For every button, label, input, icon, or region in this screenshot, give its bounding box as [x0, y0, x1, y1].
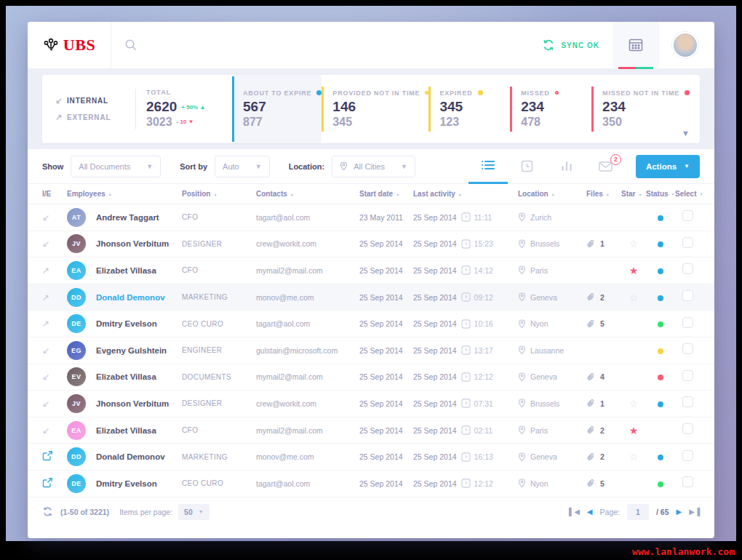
- contact-email[interactable]: crew@workit.com: [256, 399, 359, 408]
- tab-chart-view[interactable]: [547, 149, 586, 184]
- stat-block[interactable]: MISSED NOT IN TIME234350: [591, 75, 690, 143]
- star-toggle[interactable]: ☆: [621, 238, 646, 249]
- column-header-start-date[interactable]: Start date▲: [359, 190, 413, 198]
- files-cell[interactable]: 5: [586, 479, 621, 488]
- location-dropdown[interactable]: All Cities▼: [332, 156, 415, 177]
- employee-name[interactable]: Jhonson Verbitum: [96, 399, 182, 408]
- sync-status[interactable]: SYNC OK: [542, 39, 599, 52]
- row-checkbox[interactable]: [682, 343, 693, 354]
- column-header-position[interactable]: Position▲: [182, 190, 256, 198]
- actions-button[interactable]: Actions▼: [636, 155, 700, 178]
- table-row[interactable]: ↗ DE Dmitry Evelson CEO CURO tagart@aol.…: [28, 311, 714, 337]
- page-input[interactable]: [627, 504, 649, 520]
- row-checkbox[interactable]: [682, 317, 693, 328]
- stat-block[interactable]: MISSED234478: [510, 75, 591, 143]
- refresh-icon[interactable]: [42, 506, 53, 517]
- show-dropdown[interactable]: All Documents▼: [71, 156, 161, 177]
- column-header-select[interactable]: Select▼: [675, 190, 700, 198]
- contact-email[interactable]: mymail2@mail.com: [256, 372, 359, 381]
- column-header-status[interactable]: Status▼: [646, 190, 675, 198]
- column-header-last-activity[interactable]: Last activity▲: [413, 190, 518, 198]
- row-checkbox[interactable]: [682, 396, 693, 407]
- table-row[interactable]: ↗ EA Elizabet Villasa CFO mymail2@mail.c…: [28, 257, 714, 284]
- items-per-page-select[interactable]: 50▼: [178, 504, 210, 520]
- row-checkbox[interactable]: [682, 263, 693, 274]
- files-cell[interactable]: 5: [586, 319, 621, 329]
- files-cell[interactable]: 1: [586, 399, 621, 408]
- stat-block[interactable]: ABOUT TO EXPIRE567877: [232, 75, 322, 143]
- external-link-icon[interactable]: [42, 450, 53, 461]
- stats-collapse-chevron-icon[interactable]: ▼: [682, 129, 690, 137]
- employee-name[interactable]: Elizabet Villasa: [96, 266, 182, 275]
- employee-name[interactable]: Evgeny Gulshtein: [96, 346, 182, 355]
- files-cell[interactable]: 1: [586, 239, 621, 249]
- column-header-employees[interactable]: Employees▲: [67, 190, 182, 198]
- row-checkbox[interactable]: [682, 290, 693, 301]
- row-checkbox[interactable]: [682, 210, 693, 221]
- employee-name[interactable]: Donald Demonov: [96, 452, 182, 461]
- column-header-files[interactable]: Files▲: [586, 190, 621, 198]
- prev-page-button[interactable]: ◀: [587, 508, 593, 516]
- tab-mail-view[interactable]: 2: [586, 149, 626, 184]
- last-page-button[interactable]: ▶▐: [689, 508, 700, 516]
- next-page-button[interactable]: ▶: [677, 508, 682, 516]
- stat-block[interactable]: EXPIRED345123: [428, 75, 510, 143]
- table-row[interactable]: ↗ DD Donald Demonov MARKETING monov@me.c…: [28, 284, 714, 311]
- column-header-star[interactable]: Star▲: [621, 190, 646, 198]
- contact-email[interactable]: crew@workit.com: [256, 239, 359, 248]
- external-link-icon[interactable]: [42, 477, 53, 488]
- star-toggle[interactable]: ★: [621, 265, 646, 276]
- total-external-delta: - 10 ▼: [177, 119, 194, 126]
- sortby-dropdown[interactable]: Auto▼: [215, 156, 270, 177]
- employee-name[interactable]: Andrew Taggart: [96, 213, 182, 222]
- table-row[interactable]: ↙ JV Jhonson Verbitum DESIGNER crew@work…: [28, 231, 714, 258]
- star-toggle[interactable]: ☆: [621, 292, 646, 303]
- star-toggle[interactable]: ☆: [621, 451, 646, 463]
- star-toggle[interactable]: ☆: [621, 398, 646, 409]
- search-icon[interactable]: [124, 39, 137, 52]
- row-checkbox[interactable]: [682, 423, 693, 434]
- contact-email[interactable]: tagart@aol.com: [256, 479, 359, 488]
- tab-schedule-view[interactable]: [508, 149, 547, 184]
- table-row[interactable]: ↙ EA Elizabet Villasa CFO mymail2@mail.c…: [28, 417, 714, 444]
- column-header-contacts[interactable]: Contacts▲: [256, 190, 359, 198]
- employee-name[interactable]: Dmitry Evelson: [96, 479, 182, 488]
- row-checkbox[interactable]: [682, 370, 693, 381]
- table-row[interactable]: DE Dmitry Evelson CEO CURO tagart@aol.co…: [28, 471, 714, 497]
- table-row[interactable]: ↙ AT Andrew Taggart CFO tagart@aol.com 2…: [28, 204, 714, 231]
- contact-email[interactable]: mymail2@mail.com: [256, 266, 359, 275]
- user-avatar[interactable]: [672, 32, 698, 58]
- table-row[interactable]: ↙ JV Jhonson Verbitum DESIGNER crew@work…: [28, 391, 714, 417]
- contact-email[interactable]: gulstain@microsoft.com: [256, 346, 359, 355]
- external-toggle[interactable]: ↗ EXTERNAL: [55, 113, 125, 122]
- contact-email[interactable]: tagart@aol.com: [256, 213, 359, 222]
- internal-toggle[interactable]: ↙ INTERNAL: [55, 96, 125, 105]
- employee-name[interactable]: Elizabet Villasa: [96, 426, 182, 435]
- table-row[interactable]: DD Donald Demonov MARKETING monov@me.com…: [28, 444, 714, 471]
- contact-email[interactable]: mymail2@mail.com: [256, 426, 359, 435]
- files-cell[interactable]: 4: [586, 372, 621, 382]
- tab-list-view[interactable]: [468, 149, 508, 184]
- column-header-location[interactable]: Location▲: [518, 190, 586, 198]
- status-dot-icon: [316, 90, 322, 95]
- files-cell[interactable]: 2: [586, 452, 621, 462]
- calendar-tab[interactable]: [613, 22, 659, 69]
- employee-name[interactable]: Jhonson Verbitum: [96, 239, 182, 248]
- star-toggle[interactable]: ★: [621, 425, 646, 436]
- table-row[interactable]: ↙ EG Evgeny Gulshtein ENGINEER gulstain@…: [28, 337, 714, 364]
- table-row[interactable]: ↙ EV Elizabet Villasa DOCUMENTS mymail2@…: [28, 364, 714, 391]
- row-checkbox[interactable]: [682, 476, 693, 487]
- row-checkbox[interactable]: [682, 450, 693, 461]
- files-cell[interactable]: 2: [586, 292, 621, 302]
- avatar: EA: [67, 421, 86, 440]
- stat-block[interactable]: PROVIDED NOT IN TIME146345: [322, 75, 428, 143]
- employee-name[interactable]: Dmitry Evelson: [96, 319, 182, 328]
- contact-email[interactable]: monov@me.com: [256, 293, 359, 302]
- contact-email[interactable]: tagart@aol.com: [256, 319, 359, 328]
- contact-email[interactable]: monov@me.com: [256, 452, 359, 461]
- row-checkbox[interactable]: [682, 237, 693, 248]
- files-cell[interactable]: 2: [586, 425, 621, 435]
- first-page-button[interactable]: ▌◀: [569, 508, 580, 516]
- employee-name[interactable]: Elizabet Villasa: [96, 372, 182, 381]
- employee-name[interactable]: Donald Demonov: [96, 293, 182, 302]
